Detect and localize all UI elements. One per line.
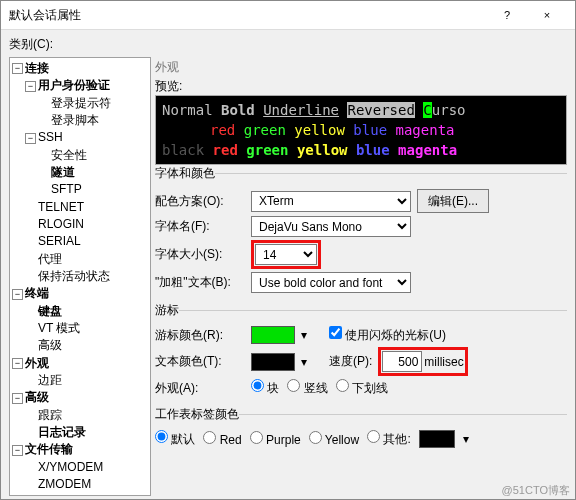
- tree-node[interactable]: −高级: [10, 389, 150, 406]
- close-button[interactable]: ×: [527, 1, 567, 29]
- preview-label: 预览:: [155, 78, 567, 95]
- content-panel: 外观 预览: Normal Bold Underline Reversed Cu…: [155, 57, 567, 496]
- dropdown-icon[interactable]: ▾: [463, 432, 469, 446]
- c-blue: blue: [353, 122, 387, 138]
- tree-node[interactable]: 跟踪: [10, 407, 150, 424]
- cb-red: red: [213, 142, 238, 158]
- c-yellow: yellow: [294, 122, 345, 138]
- shape-uline[interactable]: 下划线: [336, 379, 388, 397]
- c-green: green: [244, 122, 286, 138]
- tree-node[interactable]: TELNET: [10, 199, 150, 216]
- fontsize-highlight: 14: [251, 240, 321, 269]
- sheet-purple[interactable]: Purple: [250, 431, 301, 447]
- sheet-red[interactable]: Red: [203, 431, 241, 447]
- shape-block[interactable]: 块: [251, 379, 279, 397]
- dropdown-icon[interactable]: ▾: [301, 355, 307, 369]
- preview-underline: Underline: [263, 102, 339, 118]
- tree-node[interactable]: 代理: [10, 251, 150, 268]
- c-black: black: [162, 142, 204, 158]
- boldtext-label: "加粗"文本(B):: [155, 274, 245, 291]
- preview-normal: Normal: [162, 102, 213, 118]
- fontsize-label: 字体大小(S):: [155, 246, 245, 263]
- cb-blue: blue: [356, 142, 390, 158]
- sheet-color-swatch[interactable]: [419, 430, 455, 448]
- sheet-other[interactable]: 其他:: [367, 430, 411, 448]
- font-section: 字体和颜色 配色方案(O): XTerm 编辑(E)... 字体名(F): De…: [155, 165, 567, 300]
- tree-node[interactable]: −文件传输: [10, 441, 150, 458]
- tree-node[interactable]: 边距: [10, 372, 150, 389]
- sheet-yellow[interactable]: Yellow: [309, 431, 359, 447]
- sheet-default[interactable]: 默认: [155, 430, 195, 448]
- tree-node[interactable]: 键盘: [10, 303, 150, 320]
- tree-node[interactable]: VT 模式: [10, 320, 150, 337]
- speed-label: 速度(P):: [329, 353, 372, 370]
- tree-node[interactable]: SERIAL: [10, 233, 150, 250]
- fontname-label: 字体名(F):: [155, 218, 245, 235]
- boldtext-select[interactable]: Use bold color and font: [251, 272, 411, 293]
- shape-vline[interactable]: 竖线: [287, 379, 327, 397]
- cb-yellow: yellow: [297, 142, 348, 158]
- shape-label: 外观(A):: [155, 380, 245, 397]
- category-tree[interactable]: −连接−用户身份验证登录提示符登录脚本−SSH安全性隧道SFTPTELNETRL…: [9, 57, 151, 496]
- main-area: −连接−用户身份验证登录提示符登录脚本−SSH安全性隧道SFTPTELNETRL…: [9, 57, 567, 496]
- tree-node[interactable]: 保持活动状态: [10, 268, 150, 285]
- dialog-body: 类别(C): −连接−用户身份验证登录提示符登录脚本−SSH安全性隧道SFTPT…: [1, 30, 575, 500]
- appearance-header: 外观: [155, 59, 567, 76]
- font-legend: 字体和颜色: [155, 165, 215, 182]
- preview-box: Normal Bold Underline Reversed Curso red…: [155, 95, 567, 165]
- c-red: red: [210, 122, 235, 138]
- speed-highlight: millisec: [378, 347, 467, 376]
- edit-button[interactable]: 编辑(E)...: [417, 189, 489, 213]
- fontsize-select[interactable]: 14: [255, 244, 317, 265]
- scheme-select[interactable]: XTerm: [251, 191, 411, 212]
- category-label: 类别(C):: [9, 36, 567, 53]
- preview-cursor-rest: urso: [432, 102, 466, 118]
- blink-check[interactable]: 使用闪烁的光标(U): [329, 326, 446, 344]
- tree-node[interactable]: 高级: [10, 337, 150, 354]
- cursor-color-label: 游标颜色(R):: [155, 327, 245, 344]
- cb-magenta: magenta: [398, 142, 457, 158]
- blink-checkbox[interactable]: [329, 326, 342, 339]
- window-title: 默认会话属性: [9, 7, 487, 24]
- tree-node[interactable]: −终端: [10, 285, 150, 302]
- dropdown-icon[interactable]: ▾: [301, 328, 307, 342]
- cursor-color-swatch[interactable]: [251, 326, 295, 344]
- shape-radios: 块 竖线 下划线: [251, 379, 388, 397]
- tree-node[interactable]: 登录脚本: [10, 112, 150, 129]
- preview-cursor: C: [423, 102, 431, 118]
- cursor-section: 游标 游标颜色(R): ▾ 使用闪烁的光标(U) 文本颜色(T): ▾ 速度(P…: [155, 302, 567, 404]
- text-color-label: 文本颜色(T):: [155, 353, 245, 370]
- preview-reversed: Reversed: [347, 102, 414, 118]
- dialog-buttons: 确定 取消: [9, 496, 567, 500]
- titlebar: 默认会话属性 ? ×: [1, 1, 575, 30]
- sheet-legend: 工作表标签颜色: [155, 406, 239, 423]
- tree-node[interactable]: 隧道: [10, 164, 150, 181]
- cb-green: green: [246, 142, 288, 158]
- dialog-window: 默认会话属性 ? × 类别(C): −连接−用户身份验证登录提示符登录脚本−SS…: [0, 0, 576, 500]
- tree-node[interactable]: −SSH: [10, 129, 150, 146]
- speed-input[interactable]: [382, 351, 422, 372]
- preview-bold: Bold: [221, 102, 255, 118]
- watermark: @51CTO博客: [502, 483, 570, 498]
- tree-node[interactable]: 日志记录: [10, 424, 150, 441]
- tree-node[interactable]: −用户身份验证: [10, 77, 150, 94]
- sheet-section: 工作表标签颜色 默认 Red Purple Yellow 其他: ▾: [155, 406, 567, 455]
- speed-unit: millisec: [424, 355, 463, 369]
- cursor-legend: 游标: [155, 302, 179, 319]
- tree-node[interactable]: −连接: [10, 60, 150, 77]
- tree-node[interactable]: X/YMODEM: [10, 459, 150, 476]
- tree-node[interactable]: 登录提示符: [10, 95, 150, 112]
- c-magenta: magenta: [396, 122, 455, 138]
- tree-node[interactable]: 安全性: [10, 147, 150, 164]
- help-button[interactable]: ?: [487, 1, 527, 29]
- tree-node[interactable]: −外观: [10, 355, 150, 372]
- text-color-swatch[interactable]: [251, 353, 295, 371]
- scheme-label: 配色方案(O):: [155, 193, 245, 210]
- tree-node[interactable]: SFTP: [10, 181, 150, 198]
- tree-node[interactable]: ZMODEM: [10, 476, 150, 493]
- fontname-select[interactable]: DejaVu Sans Mono: [251, 216, 411, 237]
- tree-node[interactable]: RLOGIN: [10, 216, 150, 233]
